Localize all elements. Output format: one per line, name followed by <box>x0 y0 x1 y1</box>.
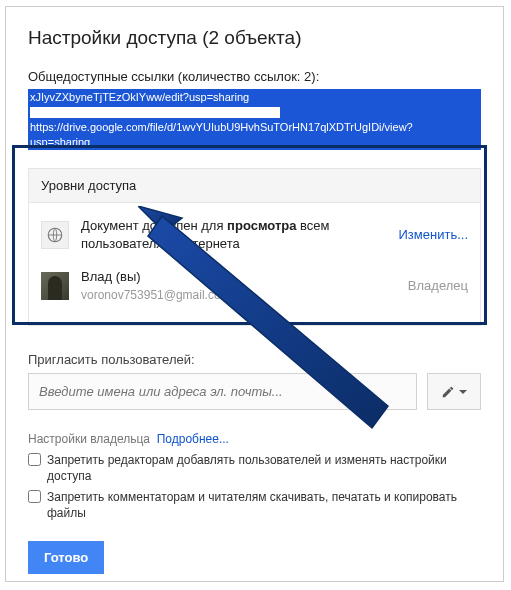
invite-block: Пригласить пользователей: <box>28 352 481 410</box>
pencil-icon <box>441 385 455 399</box>
checkbox-prevent-editors-label: Запретить редакторам добавлять пользоват… <box>47 452 481 484</box>
access-row-owner: Влад (вы) voronov753951@gmail.com Владел… <box>29 260 480 311</box>
access-row-public: Документ доступен для просмотра всем пол… <box>29 209 480 260</box>
link-line-2: https://drive.google.com/file/d/1wvYUIub… <box>30 121 413 133</box>
public-links-label: Общедоступные ссылки (количество ссылок:… <box>28 69 481 84</box>
share-dialog: Настройки доступа (2 объекта) Общедоступ… <box>5 6 504 582</box>
invite-input[interactable] <box>28 373 417 410</box>
access-public-text: Документ доступен для просмотра всем пол… <box>81 217 389 252</box>
done-button[interactable]: Готово <box>28 541 104 574</box>
owner-settings-more-link[interactable]: Подробнее... <box>157 432 229 446</box>
owner-text: Влад (вы) voronov753951@gmail.com <box>81 268 398 303</box>
checkbox-prevent-editors[interactable] <box>28 453 41 466</box>
owner-role: Владелец <box>398 278 468 293</box>
avatar <box>41 272 69 300</box>
owner-settings-block: Настройки владельца Подробнее... Запрети… <box>28 432 481 521</box>
invite-label: Пригласить пользователей: <box>28 352 481 367</box>
access-levels-header: Уровни доступа <box>29 169 480 203</box>
link-line-3: usp=sharing <box>30 136 90 148</box>
checkbox-prevent-download[interactable] <box>28 490 41 503</box>
dialog-title: Настройки доступа (2 объекта) <box>28 27 481 49</box>
change-access-link[interactable]: Изменить... <box>389 227 468 242</box>
link-line-1: xJIyvZXbyneTjTEzOkIYww/edit?usp=sharing <box>30 91 249 103</box>
owner-name: Влад (вы) <box>81 268 398 286</box>
checkbox-prevent-download-label: Запретить комментаторам и читателям скач… <box>47 489 481 521</box>
globe-icon <box>41 221 69 249</box>
public-links-box[interactable]: xJIyvZXbyneTjTEzOkIYww/edit?usp=sharing … <box>28 89 481 150</box>
owner-settings-label: Настройки владельца <box>28 432 150 446</box>
owner-email: voronov753951@gmail.com <box>81 287 398 303</box>
chevron-down-icon <box>459 390 467 394</box>
access-levels-block: Уровни доступа Документ доступен для про… <box>28 168 481 326</box>
permissions-dropdown-button[interactable] <box>427 373 481 410</box>
